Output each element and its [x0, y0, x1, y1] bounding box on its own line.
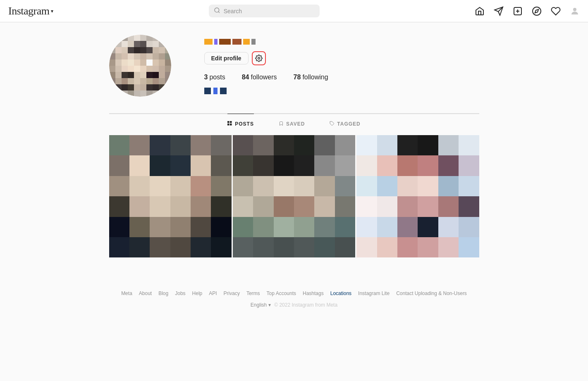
profile-bio-icons [204, 88, 479, 94]
svg-rect-14 [230, 124, 232, 126]
svg-point-0 [215, 8, 219, 12]
followers-count: 84 [242, 74, 249, 81]
svg-marker-8 [535, 9, 538, 12]
posts-count: 3 [204, 74, 208, 81]
language-chevron-icon: ▾ [268, 302, 271, 308]
home-icon[interactable] [475, 6, 485, 16]
tabs-bar: POSTS SAVED TAGGED [109, 114, 479, 134]
posts-stat[interactable]: 3 posts [204, 74, 225, 81]
tab-posts-label: POSTS [235, 121, 254, 127]
saved-icon [279, 121, 284, 127]
search-input[interactable] [224, 8, 315, 14]
following-stat[interactable]: 78 following [294, 74, 328, 81]
footer-link-jobs[interactable]: Jobs [175, 291, 185, 296]
bio-icon-3 [220, 88, 227, 94]
following-count: 78 [294, 74, 301, 81]
svg-rect-13 [227, 124, 229, 126]
footer-links: Meta About Blog Jobs Help API Privacy Te… [8, 291, 580, 296]
followers-label: followers [251, 74, 277, 81]
settings-button[interactable] [252, 51, 266, 65]
username-bar [204, 39, 479, 45]
footer-link-locations[interactable]: Locations [330, 291, 351, 296]
edit-profile-button[interactable]: Edit profile [204, 52, 249, 64]
footer-link-privacy[interactable]: Privacy [224, 291, 240, 296]
username-colored-blocks [204, 39, 256, 45]
posts-label: posts [209, 74, 225, 81]
post-1[interactable] [109, 135, 232, 257]
footer-link-meta[interactable]: Meta [121, 291, 132, 296]
footer-link-terms[interactable]: Terms [246, 291, 260, 296]
profile-info: Edit profile 3 posts 84 followers [204, 35, 479, 94]
footer-link-help[interactable]: Help [192, 291, 203, 296]
profile-header: Edit profile 3 posts 84 followers [109, 35, 479, 114]
avatar [109, 35, 171, 97]
avatar-image [109, 35, 171, 97]
footer-link-api[interactable]: API [209, 291, 217, 296]
bio-icon-1 [204, 88, 211, 94]
footer-link-top-accounts[interactable]: Top Accounts [267, 291, 296, 296]
followers-stat[interactable]: 84 followers [242, 74, 277, 81]
profile-container: Edit profile 3 posts 84 followers [101, 22, 488, 134]
header-nav [475, 6, 580, 16]
post-2[interactable] [233, 135, 355, 257]
profile-actions: Edit profile [204, 51, 479, 65]
svg-rect-12 [230, 121, 232, 123]
footer-copyright: English ▾ © 2022 Instagram from Meta [8, 302, 580, 308]
footer-link-hashtags[interactable]: Hashtags [303, 291, 324, 296]
following-label: following [302, 74, 328, 81]
posts-grid [101, 135, 488, 257]
header-left: Instagram ▾ [8, 5, 53, 17]
search-icon [214, 7, 220, 15]
svg-line-1 [218, 12, 220, 13]
svg-point-10 [258, 57, 260, 60]
footer: Meta About Blog Jobs Help API Privacy Te… [0, 282, 588, 316]
tab-tagged[interactable]: TAGGED [330, 114, 360, 134]
bio-icon-2 [213, 88, 218, 94]
send-icon[interactable] [494, 6, 504, 16]
footer-link-contact[interactable]: Contact Uploading & Non-Users [396, 291, 467, 296]
language-label: English [251, 302, 267, 308]
search-bar [209, 5, 320, 17]
logo-dropdown-icon[interactable]: ▾ [51, 8, 53, 14]
tab-tagged-label: TAGGED [337, 121, 360, 127]
posts-grid-icon [227, 121, 232, 127]
footer-link-instagram-lite[interactable]: Instagram Lite [358, 291, 390, 296]
header: Instagram ▾ [0, 0, 588, 22]
tagged-icon [330, 121, 335, 127]
profile-avatar-icon[interactable] [570, 6, 580, 16]
svg-point-7 [533, 7, 541, 15]
profile-stats: 3 posts 84 followers 78 following [204, 74, 479, 81]
tab-saved[interactable]: SAVED [279, 114, 305, 134]
svg-rect-11 [227, 121, 229, 123]
language-selector[interactable]: English ▾ [251, 302, 271, 308]
tab-saved-label: SAVED [286, 121, 305, 127]
explore-icon[interactable] [532, 6, 542, 16]
post-3[interactable] [356, 135, 479, 257]
footer-link-about[interactable]: About [139, 291, 152, 296]
instagram-logo[interactable]: Instagram [8, 5, 49, 17]
copyright-text: © 2022 Instagram from Meta [274, 302, 337, 308]
heart-icon[interactable] [551, 6, 561, 16]
svg-point-9 [573, 8, 576, 11]
footer-link-blog[interactable]: Blog [158, 291, 168, 296]
tab-posts[interactable]: POSTS [227, 114, 254, 134]
add-post-icon[interactable] [513, 6, 523, 16]
